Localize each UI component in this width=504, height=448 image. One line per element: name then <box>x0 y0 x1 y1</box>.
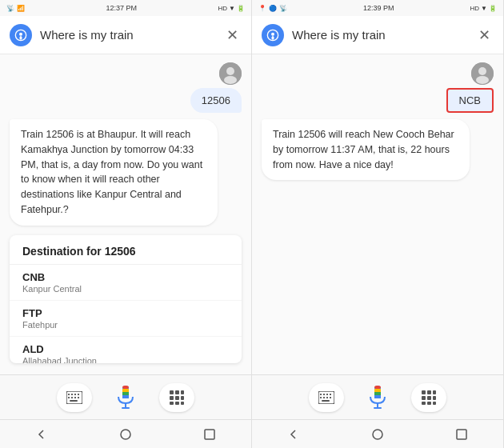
svg-rect-30 <box>181 402 184 405</box>
dest-name-cnb: Kanpur Central <box>22 284 229 294</box>
left-phone-screen: 📡 📶 12:37 PM HD ▼ 🔋 Where is my train ✕ <box>0 0 252 448</box>
svg-rect-8 <box>74 394 76 395</box>
svg-rect-47 <box>322 400 330 402</box>
svg-rect-50 <box>374 407 382 409</box>
chat-title-right: Where is my train <box>292 28 466 42</box>
hd-badge: HD <box>218 5 228 12</box>
grid-icon-button-right[interactable] <box>411 383 446 412</box>
app-icon-left <box>10 24 32 46</box>
bot-bubble-ncb: Train 12506 will reach New Cooch Behar b… <box>262 119 470 180</box>
home-button-left[interactable] <box>110 423 142 446</box>
wifi-icon: 📶 <box>17 5 25 12</box>
svg-rect-60 <box>433 396 436 400</box>
svg-rect-61 <box>422 402 426 405</box>
status-right-icons-right: HD ▼ 🔋 <box>470 5 497 12</box>
home-button-right[interactable] <box>362 423 394 446</box>
close-button-left[interactable]: ✕ <box>222 26 242 45</box>
bot-message-1: Train 12506 is at Bhaupur. It will reach… <box>10 119 218 226</box>
status-right-icons: HD ▼ 🔋 <box>218 5 245 12</box>
svg-point-34 <box>271 32 274 35</box>
dest-item-ald[interactable]: ALD Allahabad Junction <box>10 337 242 364</box>
close-button-right[interactable]: ✕ <box>474 26 494 45</box>
nav-bar-left <box>0 419 251 448</box>
svg-rect-46 <box>330 397 331 398</box>
dest-code-ftp: FTP <box>22 307 229 319</box>
svg-rect-28 <box>170 402 174 405</box>
network-icon-right: 📡 <box>279 5 287 12</box>
chat-header-right: Where is my train ✕ <box>252 16 503 54</box>
svg-rect-24 <box>181 390 184 394</box>
bot-bubble-1: Train 12506 is at Bhaupur. It will reach… <box>10 119 218 226</box>
svg-rect-42 <box>330 394 331 395</box>
signal-icon-right: ▼ <box>481 5 487 12</box>
chat-header-left: Where is my train ✕ <box>0 16 251 54</box>
svg-rect-25 <box>170 396 174 400</box>
dest-item-ftp[interactable]: FTP Fatehpur <box>10 301 242 337</box>
keyboard-icon-button-left[interactable] <box>57 383 92 412</box>
status-left-icons: 📡 📶 <box>6 5 25 12</box>
svg-rect-40 <box>323 394 325 395</box>
recents-button-right[interactable] <box>446 423 478 446</box>
battery-icon: 🔋 <box>237 5 245 12</box>
dest-name-ald: Allahabad Junction <box>22 356 229 364</box>
svg-rect-58 <box>422 396 426 400</box>
svg-rect-55 <box>422 390 426 394</box>
bluetooth-icon: 🔵 <box>269 5 277 12</box>
svg-rect-26 <box>175 396 179 400</box>
user-message-1: 12506 <box>190 62 242 113</box>
svg-point-64 <box>373 430 382 439</box>
svg-rect-9 <box>78 394 79 395</box>
chat-title-left: Where is my train <box>40 28 214 42</box>
svg-rect-6 <box>68 394 70 395</box>
network-icon: 📡 <box>6 5 14 12</box>
battery-icon-right: 🔋 <box>489 5 497 12</box>
svg-rect-56 <box>427 390 431 394</box>
destination-card: Destination for 12506 CNB Kanpur Central… <box>10 235 242 364</box>
grid-icon-button-left[interactable] <box>159 383 194 412</box>
svg-rect-7 <box>71 394 73 395</box>
svg-point-37 <box>476 76 489 84</box>
status-time-left: 12:37 PM <box>106 4 137 12</box>
svg-rect-59 <box>427 396 431 400</box>
user-message-ncb: NCB <box>446 62 494 113</box>
status-bar-left: 📡 📶 12:37 PM HD ▼ 🔋 <box>0 0 251 16</box>
chat-area-right: NCB Train 12506 will reach New Cooch Beh… <box>252 54 503 374</box>
svg-point-3 <box>226 67 234 75</box>
mic-button-left[interactable] <box>108 383 143 412</box>
app-icon-right <box>262 24 284 46</box>
svg-point-31 <box>121 430 130 439</box>
svg-rect-32 <box>205 430 214 439</box>
location-pin-icon: 📍 <box>258 5 266 12</box>
ncb-user-bubble: NCB <box>446 88 494 113</box>
status-bar-right: 📍 🔵 📡 12:39 PM HD ▼ 🔋 <box>252 0 503 16</box>
mic-button-right[interactable] <box>360 383 395 412</box>
svg-rect-54 <box>374 395 381 398</box>
svg-rect-44 <box>323 397 325 398</box>
keyboard-icon-button-right[interactable] <box>309 383 344 412</box>
svg-rect-53 <box>374 392 381 395</box>
nav-bar-right <box>252 419 503 448</box>
back-button-left[interactable] <box>26 423 58 446</box>
svg-point-4 <box>224 76 237 84</box>
bottom-toolbar-left <box>0 374 251 419</box>
recents-button-left[interactable] <box>194 423 226 446</box>
hd-badge-right: HD <box>470 5 480 12</box>
svg-rect-62 <box>427 402 431 405</box>
back-button-right[interactable] <box>278 423 310 446</box>
user-avatar-1 <box>219 62 242 85</box>
status-time-right: 12:39 PM <box>363 4 394 12</box>
svg-rect-11 <box>71 397 73 398</box>
svg-rect-51 <box>374 386 381 389</box>
svg-rect-41 <box>326 394 328 395</box>
svg-rect-57 <box>433 390 436 394</box>
svg-rect-23 <box>175 390 179 394</box>
svg-point-36 <box>478 67 486 75</box>
svg-rect-22 <box>170 390 174 394</box>
svg-rect-63 <box>433 402 436 405</box>
svg-rect-27 <box>181 396 184 400</box>
dest-item-cnb[interactable]: CNB Kanpur Central <box>10 265 242 301</box>
svg-rect-17 <box>122 407 130 409</box>
svg-rect-12 <box>74 397 76 398</box>
svg-rect-19 <box>122 389 129 392</box>
svg-rect-43 <box>320 397 322 398</box>
